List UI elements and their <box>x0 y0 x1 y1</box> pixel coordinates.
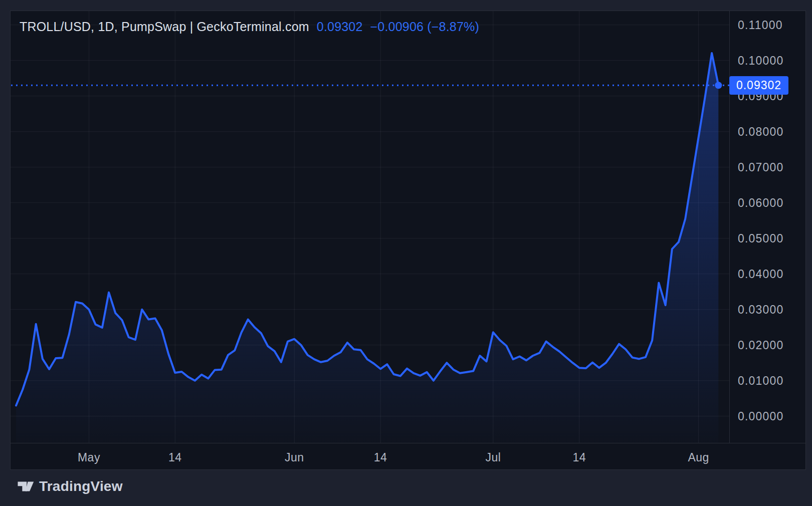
last-price-badge-label: 0.09302 <box>736 79 781 92</box>
price-axis-label: 0.03000 <box>738 303 784 316</box>
chart-legend: TROLL/USD, 1D, PumpSwap | GeckoTerminal.… <box>20 18 479 35</box>
time-axis-label: May <box>78 451 100 464</box>
tradingview-logo-text: TradingView <box>39 478 123 494</box>
price-axis-label: 0.00000 <box>738 410 784 423</box>
price-axis-label: 0.02000 <box>738 339 784 352</box>
price-axis-label: 0.11000 <box>738 19 783 32</box>
price-change: −0.00906 (−8.87%) <box>370 20 479 34</box>
chart-canvas[interactable] <box>11 11 805 443</box>
time-axis-label: Aug <box>688 451 709 464</box>
price-axis-label: 0.01000 <box>738 374 784 387</box>
time-axis[interactable]: May14Jun14Jul14Aug <box>11 443 805 470</box>
last-price-value: 0.09302 <box>317 20 363 34</box>
time-axis-label: 14 <box>168 451 182 464</box>
time-axis-label: 14 <box>374 451 387 464</box>
price-axis-label: 0.07000 <box>738 161 784 174</box>
screenshot-root: TROLL/USD, 1D, PumpSwap | GeckoTerminal.… <box>0 0 812 506</box>
tradingview-logo-icon <box>17 480 34 493</box>
time-axis-label: Jul <box>485 451 501 464</box>
last-price-dot <box>715 82 722 89</box>
price-axis-label: 0.10000 <box>738 54 784 67</box>
price-axis-label: 0.06000 <box>738 196 784 209</box>
time-axis-label: Jun <box>285 451 304 464</box>
price-axis-label: 0.08000 <box>738 125 784 138</box>
last-price-badge: 0.09302 <box>729 76 788 95</box>
symbol-title: TROLL/USD, 1D, PumpSwap | GeckoTerminal.… <box>20 20 309 34</box>
price-axis-label: 0.05000 <box>738 232 784 245</box>
price-axis-label: 0.04000 <box>738 268 784 281</box>
area-series-fill <box>16 53 718 443</box>
chart-widget[interactable]: TROLL/USD, 1D, PumpSwap | GeckoTerminal.… <box>10 11 806 470</box>
time-axis-label: 14 <box>572 451 586 464</box>
tradingview-logo[interactable]: TradingView <box>17 477 123 496</box>
